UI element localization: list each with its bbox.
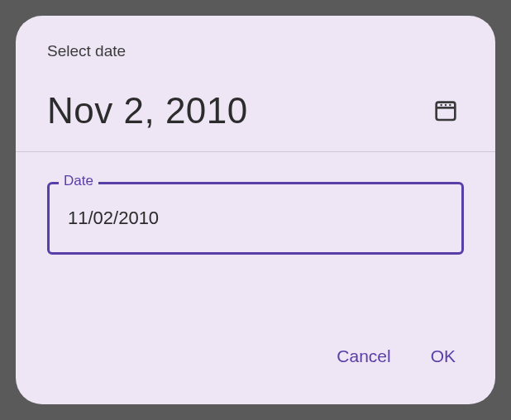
- dialog-body: Date: [16, 152, 495, 338]
- svg-point-4: [449, 103, 451, 105]
- selected-date-display: Nov 2, 2010: [47, 90, 248, 131]
- date-picker-dialog: Select date Nov 2, 2010 Date: [16, 16, 495, 404]
- svg-point-2: [440, 103, 442, 105]
- date-input[interactable]: [47, 182, 464, 255]
- dialog-header: Select date Nov 2, 2010: [16, 16, 495, 152]
- calendar-icon: [432, 97, 459, 126]
- date-display-row: Nov 2, 2010: [47, 90, 464, 131]
- ok-button[interactable]: OK: [426, 338, 461, 375]
- calendar-toggle-button[interactable]: [427, 92, 464, 131]
- date-field-wrap: Date: [47, 182, 464, 255]
- svg-point-3: [445, 103, 447, 105]
- dialog-title: Select date: [47, 42, 464, 60]
- date-field-label: Date: [59, 173, 98, 189]
- cancel-button[interactable]: Cancel: [332, 338, 395, 375]
- dialog-actions: Cancel OK: [16, 338, 495, 404]
